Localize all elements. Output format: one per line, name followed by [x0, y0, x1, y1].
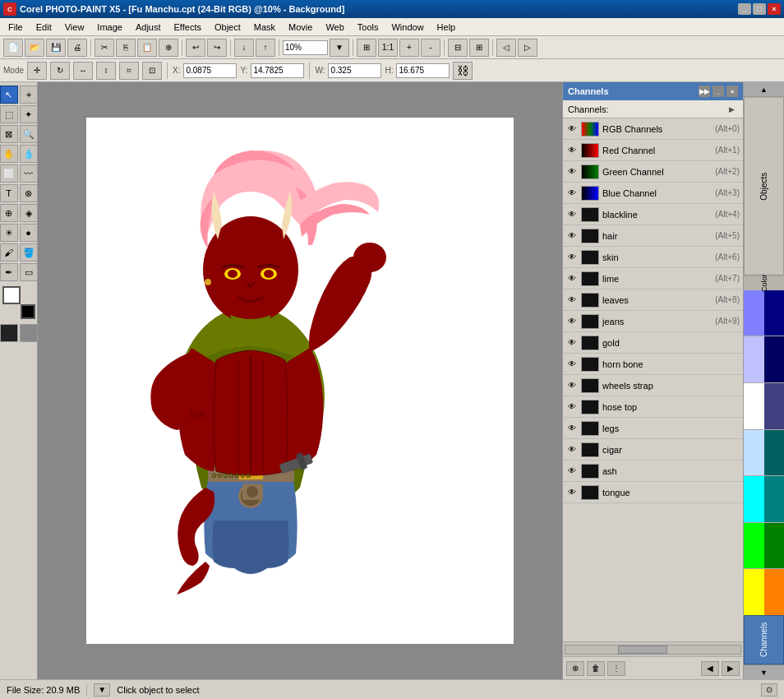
menu-movie[interactable]: Movie [282, 21, 319, 34]
channel-row-blackline[interactable]: 👁 blackline (Alt+4) [563, 204, 743, 225]
channels-close-button[interactable]: × [726, 86, 738, 97]
channel-eye-green[interactable]: 👁 [566, 166, 578, 178]
dodge-tool[interactable]: ☀ [0, 224, 18, 242]
channel-eye-legs[interactable]: 👁 [566, 423, 578, 434]
maximize-button[interactable]: □ [753, 3, 766, 15]
channel-eye-red[interactable]: 👁 [566, 145, 578, 156]
background-color-box[interactable] [21, 304, 35, 319]
swatch-3[interactable] [744, 383, 764, 430]
full-color-view[interactable] [0, 324, 18, 342]
status-dropdown[interactable]: ▼ [94, 683, 110, 697]
crop-tool[interactable]: ⊠ [0, 125, 18, 143]
tab-objects[interactable]: Objects [744, 97, 784, 275]
fill-tool[interactable]: 🪣 [20, 243, 38, 262]
clone-tool[interactable]: ⊕ [0, 204, 18, 222]
swatch-12[interactable] [764, 476, 785, 523]
channel-nav-prev[interactable]: ◀ [701, 661, 719, 676]
eraser-tool[interactable]: ⬜ [0, 164, 18, 183]
channel-eye-wheels-strap[interactable]: 👁 [566, 380, 578, 391]
rotate-button[interactable]: ↻ [50, 62, 70, 80]
channel-nav-next[interactable]: ▶ [722, 661, 740, 676]
channel-row-cigar[interactable]: 👁 cigar [563, 439, 743, 461]
zoom-out-button[interactable]: - [421, 39, 440, 57]
guide-button[interactable]: ⊞ [469, 39, 489, 57]
channel-row-skin[interactable]: 👁 skin (Alt+6) [563, 247, 743, 268]
channel-eye-jeans[interactable]: 👁 [566, 316, 578, 327]
swatch-11[interactable] [764, 430, 785, 477]
zoom-100-button[interactable]: 1:1 [378, 39, 398, 57]
menu-window[interactable]: Window [385, 21, 430, 34]
channel-row-blue[interactable]: 👁 Blue Channel (Alt+3) [563, 183, 743, 204]
import-button[interactable]: ↓ [234, 39, 254, 57]
zoom-input[interactable] [283, 40, 328, 55]
channels-minimize-button[interactable]: _ [713, 86, 724, 97]
height-input[interactable] [396, 63, 450, 78]
scroll-track[interactable] [565, 645, 741, 655]
burn-tool[interactable]: ● [20, 224, 38, 242]
pan-tool[interactable]: ✋ [0, 145, 18, 163]
channel-eye-lime[interactable]: 👁 [566, 273, 578, 285]
menu-web[interactable]: Web [319, 21, 350, 34]
paste-special-button[interactable]: ⊕ [159, 39, 178, 57]
channel-row-legs[interactable]: 👁 legs [563, 418, 743, 439]
swatch-2[interactable] [744, 336, 764, 383]
menu-view[interactable]: View [58, 21, 91, 34]
flip-h-button[interactable]: ↔ [73, 62, 93, 80]
nav-button[interactable]: ◁ [496, 39, 516, 57]
channel-eye-horn-bone[interactable]: 👁 [566, 359, 578, 370]
channel-row-ash[interactable]: 👁 ash [563, 461, 743, 482]
channel-row-horn-bone[interactable]: 👁 horn bone [563, 354, 743, 375]
open-button[interactable]: 📂 [25, 39, 44, 57]
sharpen-tool[interactable]: ◈ [20, 204, 38, 222]
swatch-10[interactable] [764, 383, 785, 430]
brush-tool[interactable]: 🖌 [0, 243, 18, 262]
tab-arrow-down[interactable]: ▼ [744, 664, 784, 679]
channel-eye-rgb[interactable]: 👁 [566, 123, 578, 135]
scroll-thumb[interactable] [618, 646, 667, 654]
eyedropper-tool[interactable]: 💧 [20, 145, 38, 163]
channel-row-rgb[interactable]: 👁 RGB Channels (Alt+0) [563, 118, 743, 140]
chain-button[interactable]: ⛓ [453, 62, 473, 80]
channels-scrollbar[interactable] [563, 641, 743, 656]
minimize-button[interactable]: _ [738, 3, 751, 15]
channel-row-green[interactable]: 👁 Green Channel (Alt+2) [563, 161, 743, 183]
paste-button[interactable]: 📋 [137, 39, 157, 57]
menu-edit[interactable]: Edit [30, 21, 58, 34]
swatch-7[interactable] [744, 569, 764, 615]
channel-eye-blue[interactable]: 👁 [566, 187, 578, 199]
ruler-button[interactable]: ⊟ [448, 39, 468, 57]
distort-button[interactable]: ⌗ [119, 62, 139, 80]
channels-list[interactable]: 👁 RGB Channels (Alt+0) 👁 Red Channel (Al… [563, 118, 743, 641]
freehand-tool[interactable]: ⌖ [20, 86, 38, 104]
channel-row-hair[interactable]: 👁 hair (Alt+5) [563, 225, 743, 247]
print-button[interactable]: 🖨 [67, 39, 87, 57]
y-coordinate[interactable] [251, 63, 304, 78]
swatch-14[interactable] [764, 569, 785, 615]
tab-arrow-up[interactable]: ▲ [744, 82, 784, 97]
menu-object[interactable]: Object [208, 21, 247, 34]
channel-row-gold[interactable]: 👁 gold [563, 332, 743, 354]
fit-page-button[interactable]: ⊞ [357, 39, 376, 57]
swatch-6[interactable] [744, 523, 764, 570]
channels-expand-button[interactable]: ▶▶ [699, 86, 710, 97]
tab-color[interactable]: Color [744, 275, 784, 290]
menu-mask[interactable]: Mask [247, 21, 282, 34]
grayscale-view[interactable] [20, 324, 38, 342]
canvas-area[interactable]: ✿✿✿✿✿✿✿ ℳℳ [38, 82, 562, 679]
channel-delete-button[interactable]: 🗑 [587, 661, 605, 676]
cut-button[interactable]: ✂ [95, 39, 114, 57]
mask-tool[interactable]: ⬚ [0, 105, 18, 123]
menu-file[interactable]: File [2, 21, 30, 34]
swatch-8[interactable] [764, 290, 785, 337]
undo-button[interactable]: ↩ [186, 39, 205, 57]
channel-eye-tongue[interactable]: 👁 [566, 487, 578, 498]
channel-eye-cigar[interactable]: 👁 [566, 444, 578, 456]
channel-eye-skin[interactable]: 👁 [566, 252, 578, 263]
foreground-color-box[interactable] [2, 286, 21, 304]
channel-eye-leaves[interactable]: 👁 [566, 294, 578, 306]
status-right-btn[interactable]: ⊙ [761, 683, 777, 697]
blend-tool[interactable]: ⊗ [20, 184, 38, 202]
menu-adjust[interactable]: Adjust [129, 21, 168, 34]
swatch-9[interactable] [764, 336, 785, 383]
magic-wand-tool[interactable]: ✦ [20, 105, 38, 123]
